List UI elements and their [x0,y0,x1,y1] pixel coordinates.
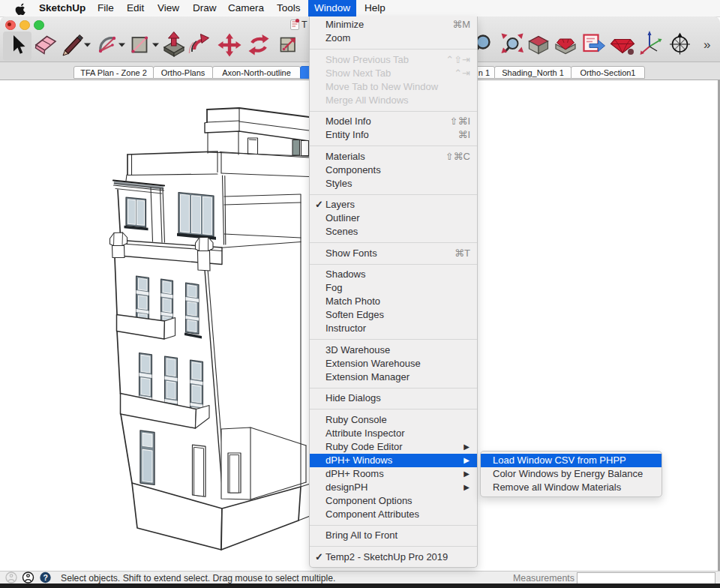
svg-text:T: T [302,20,308,30]
svg-text:»: » [704,38,710,52]
svg-text:?: ? [44,573,48,582]
